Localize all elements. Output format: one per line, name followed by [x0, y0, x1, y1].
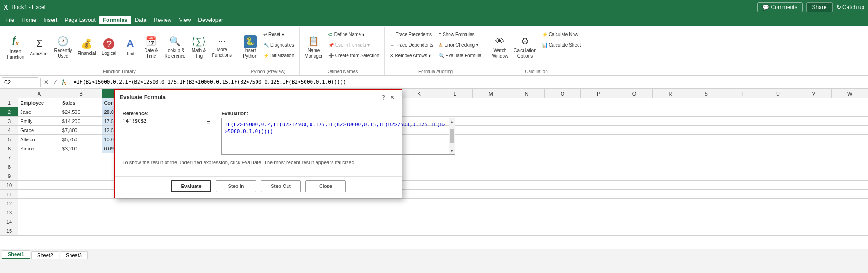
formula-input[interactable]	[72, 77, 866, 87]
evaluate-formula-modal[interactable]: Evaluate Formula ? ✕ Reference: '4'!$C$2…	[114, 89, 402, 198]
sheet-tab-3[interactable]: Sheet3	[60, 251, 88, 259]
function-wizard-icon[interactable]: ✕	[43, 79, 50, 86]
col-header-t[interactable]: T	[724, 89, 760, 98]
scrollbar-thumb	[450, 129, 454, 143]
modal-help-icon[interactable]: ?	[381, 94, 385, 101]
scroll-up-arrow[interactable]: ▲	[449, 118, 455, 125]
function-library-label: Function Library	[5, 69, 234, 75]
menu-formulas[interactable]: Formulas	[99, 16, 131, 24]
more-functions-icon: ⋯	[218, 36, 226, 46]
cell-a3[interactable]: Emily	[18, 117, 60, 126]
col-header-v[interactable]: V	[796, 89, 831, 98]
col-header-u[interactable]: U	[760, 89, 796, 98]
menu-insert[interactable]: Insert	[40, 16, 61, 24]
lookup-reference-button[interactable]: 🔍 Lookup &Reference	[162, 29, 188, 65]
show-formulas-button[interactable]: = Show Formulas	[436, 29, 483, 39]
trace-precedents-button[interactable]: ← Trace Precedents	[387, 29, 435, 39]
error-checking-button[interactable]: ⚠ Error Checking ▾	[436, 40, 483, 50]
confirm-formula-icon[interactable]: ✓	[52, 79, 59, 86]
cell-a5[interactable]: Allison	[18, 135, 60, 144]
cell-b4[interactable]: $7,800	[60, 126, 102, 135]
comments-button[interactable]: 💬 Comments	[757, 2, 802, 12]
sheet-tab-1[interactable]: Sheet1	[2, 250, 30, 259]
initialization-button[interactable]: ⚡ Initialization	[261, 50, 296, 60]
row-num-10: 10	[0, 181, 18, 190]
error-checking-icon: ⚠	[439, 43, 443, 48]
col-header-l[interactable]: L	[437, 89, 472, 98]
col-header-o[interactable]: O	[545, 89, 580, 98]
col-header-q[interactable]: Q	[616, 89, 652, 98]
col-header-k[interactable]: K	[401, 89, 437, 98]
remove-arrows-button[interactable]: ✕ Remove Arrows ▾	[387, 50, 435, 60]
calculation-options-button[interactable]: ⚙ CalculationOptions	[511, 29, 538, 65]
col-header-b[interactable]: B	[60, 89, 102, 98]
calc-small-buttons: ⚡ Calculate Now 📊 Calculate Sheet	[540, 29, 584, 50]
cell-a6[interactable]: Simon	[18, 144, 60, 153]
col-header-w[interactable]: W	[832, 89, 868, 98]
diagnostics-button[interactable]: 🔧 Diagnostics	[261, 40, 296, 50]
name-manager-button[interactable]: 📋 NameManager	[302, 29, 325, 65]
logical-icon: ?	[103, 38, 114, 49]
calculation-options-icon: ⚙	[521, 36, 529, 47]
cell-b2[interactable]: $24,500	[60, 107, 102, 117]
cell-b1[interactable]: Sales	[60, 98, 102, 107]
cell-a4[interactable]: Grace	[18, 126, 60, 135]
date-time-button[interactable]: 📅 Date &Time	[141, 29, 161, 65]
col-header-s[interactable]: S	[688, 89, 724, 98]
cell-b6[interactable]: $3,200	[60, 144, 102, 153]
create-from-selection-button[interactable]: ➕ Create from Selection	[326, 50, 382, 60]
cell-b3[interactable]: $14,200	[60, 117, 102, 126]
insert-function-button[interactable]: fx InsertFunction	[5, 29, 27, 65]
cell-reference-box[interactable]: C2	[2, 77, 38, 87]
recently-used-button[interactable]: 🕐 RecentlyUsed	[52, 29, 75, 65]
autosum-button[interactable]: Σ AutoSum	[27, 29, 51, 65]
sheet-tab-2[interactable]: Sheet2	[31, 251, 59, 259]
watch-window-label: WatchWindow	[492, 48, 509, 59]
calculate-sheet-button[interactable]: 📊 Calculate Sheet	[540, 40, 584, 50]
trace-dependents-button[interactable]: → Trace Dependents	[387, 40, 435, 50]
insert-function-bar-icon[interactable]: fx	[61, 78, 68, 86]
cell-b5[interactable]: $5,750	[60, 135, 102, 144]
col-header-p[interactable]: P	[580, 89, 616, 98]
insert-python-button[interactable]: 🐍 InsertPython	[240, 29, 260, 65]
cell-a1[interactable]: Employee	[18, 98, 60, 107]
math-trig-button[interactable]: ⟨∑⟩ Math &Trig	[189, 29, 209, 65]
calculate-now-button[interactable]: ⚡ Calculate Now	[540, 29, 584, 39]
menu-data[interactable]: Data	[131, 16, 150, 24]
share-button[interactable]: Share	[806, 2, 833, 12]
col-header-a[interactable]: A	[18, 89, 60, 98]
menu-file[interactable]: File	[2, 16, 18, 24]
modal-close-button[interactable]: ✕	[388, 93, 397, 102]
close-button[interactable]: Close	[305, 180, 346, 192]
menu-review[interactable]: Review	[150, 16, 175, 24]
more-functions-button[interactable]: ⋯ MoreFunctions	[210, 29, 234, 65]
watch-window-button[interactable]: 👁 WatchWindow	[490, 29, 511, 65]
menu-home[interactable]: Home	[18, 16, 40, 24]
financial-button[interactable]: 💰 Financial	[75, 29, 98, 65]
evaluate-button[interactable]: Evaluate	[171, 180, 211, 192]
text-button[interactable]: A Text	[120, 29, 140, 65]
step-out-button[interactable]: Step Out	[261, 180, 301, 192]
use-in-formula-button[interactable]: 📌 Use in Formula ▾	[326, 40, 382, 50]
financial-icon: 💰	[81, 38, 92, 49]
catchup-button[interactable]: ↻ Catch up	[836, 4, 864, 11]
evaluate-formula-button[interactable]: 🔍 Evaluate Formula	[436, 50, 483, 60]
menu-page-layout[interactable]: Page Layout	[61, 16, 99, 24]
col-header-m[interactable]: M	[473, 89, 509, 98]
step-in-button[interactable]: Step In	[216, 180, 256, 192]
reset-button[interactable]: ↩ Reset ▾	[261, 29, 296, 39]
evaluation-area-container: IF(B2>15000,0.2,IF(B2>12500,0.175,IF(B2>…	[221, 118, 455, 155]
define-name-button[interactable]: 🏷 Define Name ▾	[326, 29, 382, 39]
cell-a2[interactable]: Jane	[18, 107, 60, 117]
menu-developer[interactable]: Developer	[194, 16, 227, 24]
math-trig-icon: ⟨∑⟩	[192, 36, 205, 47]
col-header-n[interactable]: N	[509, 89, 544, 98]
menu-view[interactable]: View	[176, 16, 195, 24]
logical-button[interactable]: ? Logical	[99, 29, 119, 65]
calculation-options-label: CalculationOptions	[514, 48, 536, 59]
auditing-col1: ← Trace Precedents → Trace Dependents ✕ …	[387, 29, 435, 60]
scroll-down-arrow[interactable]: ▼	[449, 147, 455, 154]
col-header-r[interactable]: R	[652, 89, 688, 98]
recently-used-icon: 🕐	[57, 36, 69, 47]
modal-title-bar: Evaluate Formula ? ✕	[115, 90, 402, 105]
